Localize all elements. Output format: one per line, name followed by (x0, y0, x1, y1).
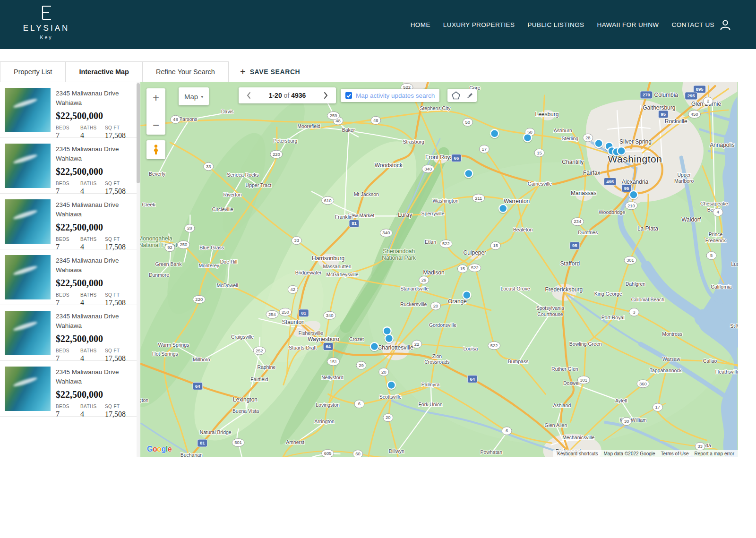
map-svg[interactable]: WashingtonAlexandriaLeesburgGaithersburg… (140, 82, 738, 457)
property-card[interactable]: 2345 Maliwanau Drive Wahiawa $22,500,000… (0, 82, 137, 138)
svg-text:250: 250 (180, 242, 187, 247)
nav-luxury-properties[interactable]: LUXURY PROPERTIES (443, 21, 515, 28)
terms-of-use-link[interactable]: Terms of Use (661, 451, 689, 456)
map-property-marker[interactable] (629, 191, 637, 199)
property-card[interactable]: 2345 Maliwanau Drive Wahiawa $22,500,000… (0, 361, 137, 417)
map-city-label: Arrington (314, 419, 335, 424)
route-shield: 66 (451, 154, 461, 162)
route-shield: 64 (467, 375, 477, 383)
stat-label: SQ FT (105, 292, 126, 298)
nav-contact-us[interactable]: CONTACT US (671, 21, 714, 28)
page: ELYSIAN Key HOME LUXURY PROPERTIES PUBLI… (0, 0, 756, 538)
prev-page-button[interactable] (243, 90, 254, 101)
map-city-label: Bumpass (508, 359, 529, 364)
map-property-marker[interactable] (524, 134, 532, 142)
polygon-draw-icon (451, 91, 461, 100)
brand-logo[interactable]: ELYSIAN Key (18, 4, 75, 40)
route-shield: 151 (327, 358, 340, 366)
map-property-marker[interactable] (463, 291, 471, 299)
tab-interactive-map[interactable]: Interactive Map (65, 61, 143, 82)
property-card[interactable]: 2345 Maliwanau Drive Wahiawa $22,500,000… (0, 249, 137, 305)
route-shield: 50 (463, 118, 472, 126)
map-property-marker[interactable] (499, 205, 507, 213)
route-shield: 22 (412, 340, 422, 348)
map-activity-label: Map activity updates search (356, 92, 435, 99)
map-city-label: Locust Grove (500, 286, 530, 291)
property-photo (5, 255, 51, 299)
tab-property-list[interactable]: Property List (0, 61, 66, 82)
map-city-label: Circleville (212, 207, 233, 212)
map-city-label: Spotsylvania (536, 306, 565, 311)
route-shield: 15 (457, 265, 467, 273)
property-address-line2: Wahiawa (56, 210, 133, 219)
route-shield: 234 (571, 218, 584, 226)
zoom-control: + − (146, 88, 165, 135)
map-city-label: Sterling (562, 136, 579, 141)
route-shield: 42 (288, 285, 298, 293)
map-city-label: Crozet (349, 337, 364, 342)
save-search-button[interactable]: + SAVE SEARCH (240, 61, 300, 82)
report-error-link[interactable]: Report a map error (695, 451, 734, 456)
map-property-marker[interactable] (383, 327, 391, 335)
nav-public-listings[interactable]: PUBLIC LISTINGS (527, 21, 584, 28)
property-address-line1: 2345 Maliwanau Drive (56, 200, 133, 210)
svg-text:17: 17 (655, 404, 661, 410)
map-attribution: Keyboard shortcuts Map data ©2022 Google… (553, 450, 738, 457)
scrollbar-thumb[interactable] (137, 83, 140, 183)
tab-refine-your-search[interactable]: Refine Your Search (142, 61, 229, 82)
property-card[interactable]: 2345 Maliwanau Drive Wahiawa $22,500,000… (0, 305, 137, 361)
zoom-out-button[interactable]: − (146, 116, 165, 135)
route-shield: 295 (685, 92, 697, 100)
account-button[interactable] (719, 19, 731, 31)
map-city-label: Crossroads (424, 359, 450, 365)
map-city-label: Upper Tract (246, 183, 272, 188)
svg-text:605: 605 (324, 451, 332, 456)
stat-label: BEDS (56, 292, 73, 298)
pegman-button[interactable] (146, 140, 165, 159)
property-address-line2: Wahiawa (56, 98, 133, 108)
route-shield: 29 (419, 276, 429, 284)
map-city-label: Dumfries (578, 230, 598, 235)
draw-tools-button[interactable] (447, 89, 477, 102)
route-shield: 92 (165, 244, 175, 252)
map-property-marker[interactable] (490, 129, 498, 137)
nav-home[interactable]: HOME (411, 21, 430, 28)
property-card-list[interactable]: 2345 Maliwanau Drive Wahiawa $22,500,000… (0, 82, 137, 457)
map-city-label: Frederick (705, 238, 726, 243)
map-property-marker[interactable] (595, 139, 603, 147)
map-property-marker[interactable] (370, 342, 378, 350)
stat-value: 7 (56, 354, 73, 363)
route-shield: 210 (625, 202, 637, 210)
map-city-label: Lusby (731, 262, 738, 267)
property-address-line2: Wahiawa (56, 321, 133, 331)
map-city-label: Stuarts Draft (289, 345, 317, 350)
map-city-label: Lovingston (316, 402, 340, 408)
svg-text:360: 360 (639, 381, 647, 386)
checkbox-checked-icon[interactable] (345, 92, 352, 99)
map-property-marker[interactable] (385, 334, 393, 342)
property-card[interactable]: 2345 Maliwanau Drive Wahiawa $22,500,000… (0, 138, 137, 194)
map-type-button[interactable]: Map ▾ (179, 87, 209, 105)
map-property-marker[interactable] (464, 170, 472, 178)
property-card[interactable]: 2345 Maliwanau Drive Wahiawa $22,500,000… (0, 194, 137, 249)
map-activity-toggle[interactable]: Map activity updates search (341, 89, 439, 102)
chevron-right-icon (323, 92, 329, 99)
sidebar-scrollbar[interactable] (137, 82, 140, 457)
nav-hawaii-for-uhnw[interactable]: HAWAII FOR UHNW (597, 21, 659, 28)
svg-text:301: 301 (627, 257, 634, 263)
map-property-marker[interactable] (618, 147, 626, 155)
property-stats: BEDS7 BATHS4 SQ FT17,508 (56, 181, 133, 196)
map-city-label: Bowling Green (569, 342, 602, 347)
map-property-marker[interactable] (387, 381, 395, 389)
next-page-button[interactable] (321, 90, 331, 101)
map-city-label: Warrenton (504, 198, 530, 205)
svg-text:340: 340 (424, 166, 432, 171)
map-canvas[interactable]: WashingtonAlexandriaLeesburgGaithersburg… (140, 82, 738, 457)
route-shield: 250 (177, 241, 189, 249)
route-shield: 81 (299, 309, 309, 317)
map-city-label: Fishersville (299, 331, 324, 336)
map-city-label: Dunmore (149, 273, 169, 278)
keyboard-shortcuts-link[interactable]: Keyboard shortcuts (557, 451, 598, 456)
map-city-label: Woodstock (375, 162, 403, 169)
zoom-in-button[interactable]: + (146, 88, 165, 107)
